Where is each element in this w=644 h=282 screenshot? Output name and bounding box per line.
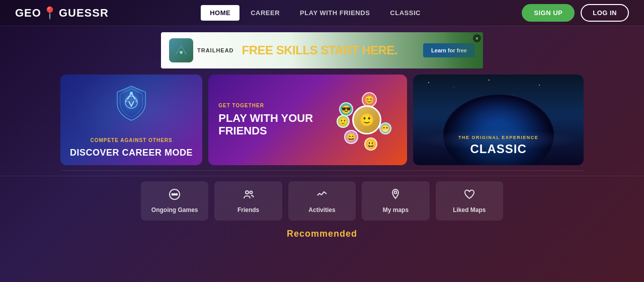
header-actions: SIGN UP LOG IN (522, 4, 629, 22)
activities-icon (316, 188, 328, 203)
ad-close-button[interactable]: × (473, 34, 481, 42)
nav-ongoing-games[interactable]: Ongoing Games (141, 181, 208, 221)
svg-point-2 (180, 51, 183, 54)
svg-point-8 (172, 194, 174, 195)
nav-item-career[interactable]: CAREER (242, 5, 289, 21)
nav-activities[interactable]: Activities (288, 181, 356, 221)
my-maps-label: My maps (383, 206, 409, 214)
svg-point-9 (174, 194, 176, 195)
friends-card[interactable]: GET TOGETHER PLAY WITH YOUR FRIENDS 😊 😎 … (208, 75, 407, 165)
ad-logo-area: TRAILHEAD (161, 34, 242, 66)
logo[interactable]: GEO📍GUESSR (15, 6, 109, 20)
friends-card-title: PLAY WITH YOUR FRIENDS (218, 112, 337, 136)
ad-main-text: FREE SKILLS START HERE. (242, 43, 424, 57)
header: GEO📍GUESSR HOME CAREER PLAY WITH FRIENDS… (0, 0, 644, 26)
liked-maps-label: Liked Maps (453, 206, 486, 214)
friends-text-area: GET TOGETHER PLAY WITH YOUR FRIENDS (218, 103, 337, 136)
ongoing-games-label: Ongoing Games (151, 206, 198, 214)
cards-section: COMPETE AGAINST OTHERS DISCOVER CAREER M… (0, 75, 644, 165)
classic-card-subtitle: THE ORIGINAL EXPERIENCE (458, 135, 538, 140)
my-maps-icon (389, 188, 401, 203)
trailhead-icon (169, 38, 193, 62)
classic-card[interactable]: THE ORIGINAL EXPERIENCE CLASSIC (413, 75, 584, 165)
signup-button[interactable]: SIGN UP (522, 4, 575, 22)
nav-item-home[interactable]: HOME (201, 5, 239, 21)
nav-my-maps[interactable]: My maps (362, 181, 429, 221)
avatar-4: 😄 (344, 130, 358, 144)
svg-point-11 (246, 191, 249, 194)
main-nav: HOME CAREER PLAY WITH FRIENDS CLASSIC (201, 5, 430, 21)
friends-nav-label: Friends (237, 206, 259, 214)
avatar-main: 🙂 (352, 105, 381, 134)
svg-point-4 (130, 92, 133, 95)
svg-point-6 (135, 100, 137, 102)
avatar-5: 😃 (364, 137, 377, 151)
login-button[interactable]: LOG IN (581, 4, 629, 22)
svg-point-5 (125, 100, 127, 102)
activities-label: Activities (308, 206, 335, 214)
bottom-nav: Ongoing Games Friends Activities (0, 176, 644, 226)
avatar-3: 🙂 (337, 115, 350, 128)
nav-item-play-with-friends[interactable]: PLAY WITH FRIENDS (291, 5, 379, 21)
logo-geo: GEO (15, 7, 41, 20)
svg-point-12 (250, 191, 252, 194)
friends-nav-icon (243, 188, 255, 203)
ad-logo-text: TRAILHEAD (197, 47, 234, 53)
classic-content: THE ORIGINAL EXPERIENCE CLASSIC (413, 75, 584, 165)
nav-liked-maps[interactable]: Liked Maps (436, 181, 503, 221)
nav-friends[interactable]: Friends (214, 181, 282, 221)
avatar-6: 😁 (379, 122, 391, 134)
career-card-subtitle: COMPETE AGAINST OTHERS (60, 137, 202, 143)
liked-maps-icon (463, 188, 475, 203)
ad-banner: TRAILHEAD FREE SKILLS START HERE. Learn … (161, 32, 483, 68)
ad-x-label: AD (466, 34, 473, 39)
logo-pin: 📍 (42, 6, 58, 20)
career-card[interactable]: COMPETE AGAINST OTHERS DISCOVER CAREER M… (60, 75, 202, 165)
career-card-title: DISCOVER CAREER MODE (60, 148, 202, 158)
svg-point-10 (176, 194, 178, 195)
logo-guessr: GUESSR (59, 7, 109, 20)
svg-point-13 (394, 191, 397, 194)
avatar-2: 😎 (339, 102, 353, 116)
ongoing-games-icon (169, 188, 181, 203)
shield-icon (111, 82, 151, 122)
nav-item-classic[interactable]: CLASSIC (381, 5, 430, 21)
recommended-section-label: Recommended (0, 229, 644, 239)
friends-card-subtitle: GET TOGETHER (218, 103, 337, 108)
classic-card-title: CLASSIC (470, 142, 526, 156)
ad-cta-button[interactable]: Learn for free (423, 43, 475, 57)
friends-avatars: 😊 😎 🙂 😄 😃 😁 🙂 (337, 87, 397, 153)
